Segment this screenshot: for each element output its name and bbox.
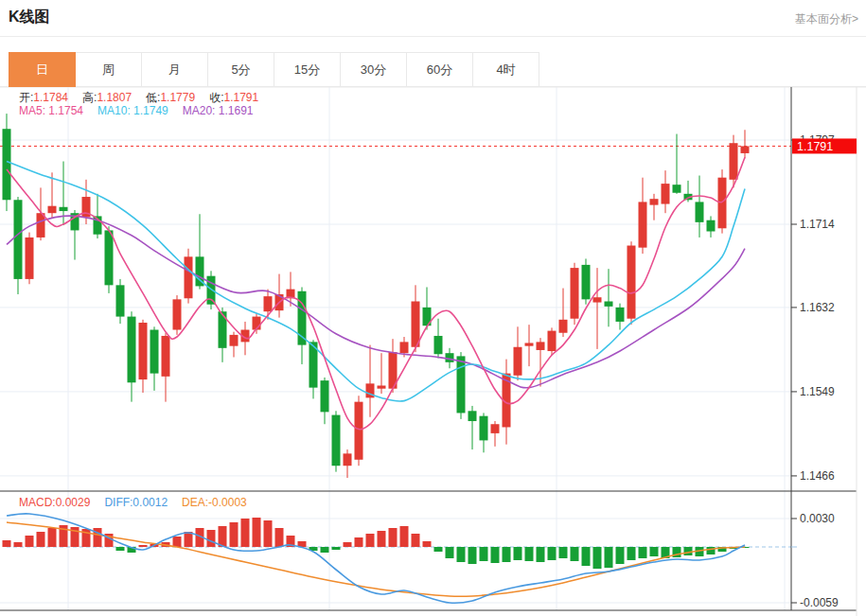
macd-hist-bar (571, 547, 579, 561)
candle-body (128, 317, 136, 383)
macd-hist-bar (389, 528, 398, 547)
candle-body (173, 299, 182, 329)
macd-hist-bar (116, 547, 125, 551)
macd-hist-bar (650, 547, 659, 556)
macd-hist-bar (412, 534, 420, 547)
candle-body (571, 268, 579, 319)
candle-body (378, 385, 386, 388)
candle-body (559, 320, 568, 333)
candle-body (491, 424, 500, 433)
macd-hist-bar (593, 547, 602, 569)
y-axis-label: 1.1714 (800, 218, 835, 231)
candle-body (593, 297, 602, 302)
candle-body (457, 356, 466, 413)
candle-body (3, 129, 11, 200)
candle-body (673, 185, 681, 193)
tab-period-3[interactable]: 5分 (208, 52, 274, 87)
macd-hist-bar (423, 541, 432, 547)
y-axis-label: 1.1549 (800, 385, 835, 398)
candle-body (264, 296, 273, 311)
candle-body (537, 342, 545, 350)
macd-hist-bar (264, 520, 273, 547)
candlestick-chart[interactable]: 1.17971.17141.16321.15491.14660.0030-0.0… (0, 0, 866, 616)
macd-hist-bar (457, 547, 466, 562)
macd-hist-bar (344, 542, 352, 547)
candle-body (321, 380, 329, 412)
macd-hist-bar (230, 522, 239, 547)
macd-hist-bar (275, 528, 284, 547)
y-axis-label: 1.1632 (800, 301, 835, 314)
candle-body (446, 353, 454, 362)
last-price-badge-label: 1.1791 (797, 140, 833, 153)
macd-hist-bar (3, 540, 11, 547)
candle-body (230, 335, 239, 346)
macd-hist-bar (548, 547, 557, 560)
macd-hist-bar (468, 547, 477, 564)
candle-body (696, 202, 704, 221)
macd-hist-bar (355, 537, 363, 547)
macd-hist-bar (253, 518, 261, 547)
macd-hist-bar (185, 532, 193, 547)
macd-hist-bar (480, 547, 488, 561)
candle-body (14, 200, 23, 279)
candle-body (400, 342, 409, 353)
macd-axis-label: -0.0059 (800, 596, 839, 609)
macd-hist-bar (514, 547, 522, 560)
candle-body (48, 206, 57, 214)
candle-body (582, 265, 591, 299)
candle-body (730, 143, 738, 180)
candle-body (662, 184, 670, 203)
tab-period-0[interactable]: 日 (9, 52, 76, 87)
candle-body (412, 301, 420, 346)
macd-hist-bar (559, 547, 568, 558)
candle-body (741, 146, 750, 153)
macd-hist-bar (219, 526, 227, 547)
macd-hist-bar (378, 531, 386, 547)
candle-body (139, 323, 148, 379)
period-tab-bar: 日周月5分15分30分60分4时 (9, 52, 539, 87)
candle-body (480, 416, 488, 441)
macd-hist-bar (605, 547, 613, 568)
macd-hist-bar (400, 526, 409, 547)
tab-period-2[interactable]: 月 (142, 52, 208, 87)
candle-body (37, 213, 45, 238)
macd-hist-bar (207, 530, 216, 547)
tab-period-7[interactable]: 4时 (473, 52, 539, 87)
candle-body (105, 230, 114, 285)
candle-body (434, 336, 443, 354)
candle-body (60, 207, 68, 211)
macd-hist-bar (537, 547, 545, 562)
macd-hist-bar (491, 547, 500, 563)
macd-hist-bar (366, 534, 375, 547)
candle-body (355, 402, 363, 460)
candle-body (605, 301, 613, 306)
candle-body (548, 331, 557, 351)
candle-body (514, 347, 522, 376)
candle-body (344, 453, 352, 466)
candle-body (332, 415, 341, 466)
tab-period-6[interactable]: 60分 (407, 52, 473, 87)
macd-hist-bar (525, 547, 534, 561)
macd-hist-bar (26, 536, 34, 547)
macd-hist-bar (139, 545, 148, 547)
macd-hist-bar (627, 547, 636, 560)
candle-body (525, 343, 534, 345)
macd-hist-bar (14, 542, 23, 547)
candle-body (26, 238, 34, 279)
macd-hist-bar (173, 537, 182, 547)
tab-period-4[interactable]: 15分 (274, 52, 341, 87)
macd-hist-bar (332, 547, 341, 550)
candle-body (718, 178, 727, 229)
tab-period-5[interactable]: 30分 (341, 52, 407, 87)
tab-period-1[interactable]: 周 (76, 52, 142, 87)
candle-body (616, 308, 625, 322)
macd-hist-bar (48, 528, 57, 547)
macd-hist-bar (434, 547, 443, 552)
candle-body (150, 330, 159, 374)
candle-body (116, 285, 125, 316)
macd-hist-bar (37, 532, 45, 547)
macd-hist-bar (616, 547, 625, 564)
macd-hist-bar (684, 547, 693, 555)
candle-body (162, 336, 170, 377)
candle-body (707, 220, 716, 232)
